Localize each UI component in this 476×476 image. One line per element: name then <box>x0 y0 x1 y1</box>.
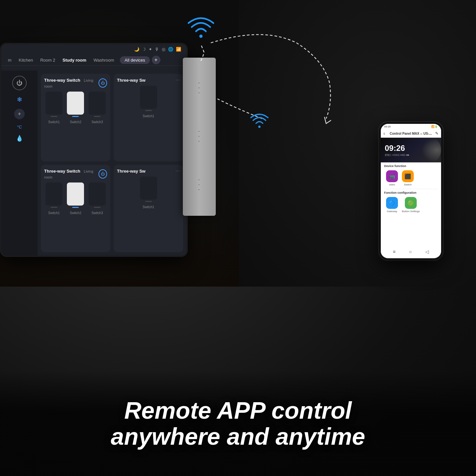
card2-switch1-label: Switch1 <box>143 114 154 118</box>
phone-menu-icon[interactable]: ≡ <box>393 249 396 254</box>
switch2-indicator <box>72 116 79 117</box>
card3-switch3-label: Switch3 <box>92 211 103 215</box>
phone-video-icon-circle: 📹 <box>386 170 398 182</box>
card1-title-area: Three-way Switch Living room <box>44 77 98 89</box>
phone-button-settings-item[interactable]: 🟢 Button Settings <box>402 197 420 213</box>
tablet-topbar: 🌙 ☽ ✦ 🎙 ◎ 🌐 📶 <box>1 44 186 54</box>
card3-switch2-item: Switch2 <box>67 182 84 215</box>
main-title-line1: Remote APP control <box>0 398 476 424</box>
sleep-icon: ☽ <box>142 47 146 52</box>
main-title-line2: anywhere and anytime <box>0 424 476 450</box>
card2-switches: Switch1 <box>117 86 180 118</box>
main-power-button[interactable]: ⏻ <box>12 76 27 90</box>
phone-nav-header: ‹ Control Panel MAX -- US-... ✎ <box>381 129 441 138</box>
phone-statusbar: 09:35 📶🔋 <box>381 124 441 129</box>
phone-gateway-label: Gateway <box>387 210 397 213</box>
snowflake-icon: ❄ <box>17 96 22 103</box>
switch3-label: Switch3 <box>92 120 103 124</box>
card4-switch1-item: Switch1 <box>140 177 157 209</box>
phone-video-item[interactable]: 📹 video <box>386 170 398 186</box>
card3-switch2-label: Switch2 <box>70 211 81 215</box>
card4-menu-icon[interactable]: ··· <box>176 168 180 174</box>
card4-switch1-label: Switch1 <box>143 205 154 209</box>
wifi-top-icon <box>188 15 214 42</box>
card2-menu-icon[interactable]: ··· <box>176 77 180 83</box>
card3-switch2-box[interactable] <box>67 182 84 206</box>
device-grid: Three-way Switch Living room ⏻ Switch1 S <box>38 70 186 256</box>
switch-card-3: Three-way Switch Living room ⏻ Switch1 S <box>41 165 110 252</box>
switch3-item: Switch3 <box>89 92 106 124</box>
switch3-indicator <box>94 116 100 117</box>
card3-switch1-indicator <box>51 207 57 208</box>
humidity-icon: 💧 <box>16 135 23 142</box>
phone-header-title: Control Panel MAX -- US-... <box>386 132 435 135</box>
card3-switch1-item: Switch1 <box>45 182 63 215</box>
wall-panel-dots-top: · · · <box>196 82 203 95</box>
switch1-item: Switch1 <box>45 92 63 124</box>
card1-title: Three-way Switch <box>44 78 80 83</box>
card2-header: Three-way Sw ··· <box>117 77 180 83</box>
phone-switch-icon: ⬛ <box>405 173 411 180</box>
phone-back-button[interactable]: ‹ <box>383 131 385 136</box>
nav-item-room2[interactable]: Room 2 <box>38 56 58 64</box>
phone-switch-icon-circle: ⬛ <box>402 170 414 182</box>
nav-item-washroom[interactable]: Washroom <box>91 56 117 64</box>
tablet-left-panel: ⏻ ❄ + °C 💧 <box>1 70 38 256</box>
phone-button-settings-icon-circle: 🟢 <box>405 197 417 209</box>
tablet-screen: 🌙 ☽ ✦ 🎙 ◎ 🌐 📶 m Kitchen Room 2 Study roo… <box>1 44 186 256</box>
temp-label: °C <box>17 125 22 129</box>
card3-title-area: Three-way Switch Living room <box>44 168 98 180</box>
wifi-left-svg <box>250 112 268 130</box>
add-device-button[interactable]: + <box>152 56 160 64</box>
card3-title: Three-way Switch <box>44 169 80 174</box>
phone-bottom-bar: ≡ ○ ◁ <box>381 247 441 256</box>
phone-status-time: 09:35 <box>384 125 391 128</box>
nav-item-studyroom[interactable]: Study room <box>60 56 89 64</box>
card3-switches: Switch1 Switch2 Switch3 <box>44 182 107 215</box>
card3-switch3-box[interactable] <box>89 182 106 206</box>
bottom-text-area: Remote APP control anywhere and anytime <box>0 398 476 450</box>
wall-panel-dots-mid: · · · <box>196 130 203 143</box>
phone-function-config-icons: 🔷 Gateway 🟢 Button Settings <box>381 196 441 215</box>
camera-icon: ◎ <box>162 47 165 52</box>
phone-gateway-icon-circle: 🔷 <box>386 197 398 209</box>
phone-clock-banner: 09:26 星期三 4月8日 4/8日 ■■ <box>381 138 441 162</box>
card2-title: Three-way Sw <box>117 78 146 83</box>
card4-header: Three-way Sw ··· <box>117 168 180 174</box>
card1-power-button[interactable]: ⏻ <box>98 78 107 88</box>
phone-edit-button[interactable]: ✎ <box>435 131 438 136</box>
wall-panel-dots-bot: · · · <box>196 179 203 191</box>
card3-switch1-box[interactable] <box>45 182 63 206</box>
phone-gateway-item[interactable]: 🔷 Gateway <box>386 197 398 213</box>
card3-power-button[interactable]: ⏻ <box>98 169 107 179</box>
mic-icon: 🎙 <box>155 47 159 52</box>
card4-switch1-box[interactable] <box>140 177 157 200</box>
switch2-box[interactable] <box>67 92 84 115</box>
phone-device-function-title: Device function <box>381 162 441 169</box>
switch1-box[interactable] <box>45 92 63 115</box>
switch-card-2: Three-way Sw ··· Switch1 <box>114 74 183 161</box>
card2-switch1-item: Switch1 <box>140 86 157 118</box>
all-devices-button[interactable]: All devices <box>120 56 150 64</box>
tablet-navigation: m Kitchen Room 2 Study room Washroom All… <box>1 54 186 66</box>
add-scene-button[interactable]: + <box>14 109 25 119</box>
temperature-display: °C <box>17 125 22 129</box>
smartphone-device: 09:35 📶🔋 ‹ Control Panel MAX -- US-... ✎… <box>379 122 443 260</box>
nav-item-kitchen[interactable]: Kitchen <box>16 56 36 64</box>
svg-point-0 <box>199 35 203 38</box>
switch3-box[interactable] <box>89 92 106 115</box>
card3-switch3-item: Switch3 <box>89 182 106 215</box>
phone-back-nav-icon[interactable]: ◁ <box>425 249 429 254</box>
card1-header: Three-way Switch Living room ⏻ <box>44 77 107 89</box>
bluetooth-icon: ✦ <box>149 47 152 52</box>
nav-item-m[interactable]: m <box>5 56 14 64</box>
svg-point-1 <box>258 126 261 128</box>
card3-switch3-indicator <box>94 207 100 208</box>
phone-home-icon[interactable]: ○ <box>409 249 412 254</box>
card2-switch1-box[interactable] <box>140 86 157 109</box>
wifi-top-svg <box>188 15 214 41</box>
switch-card-1: Three-way Switch Living room ⏻ Switch1 S <box>41 74 110 161</box>
phone-switch-item[interactable]: ⬛ Switch <box>402 170 414 186</box>
phone-switch-label: Switch <box>404 183 412 186</box>
phone-device-function-icons: 📹 video ⬛ Switch <box>381 169 441 189</box>
